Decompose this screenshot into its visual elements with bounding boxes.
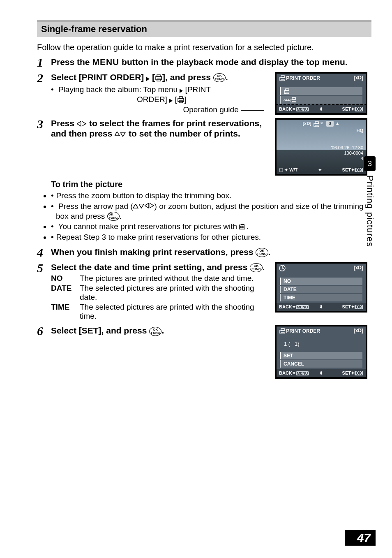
zoom-label: W/T <box>289 167 297 172</box>
menu-date[interactable]: DATE <box>280 286 362 293</box>
up-arrow-icon <box>115 132 120 137</box>
ok-func-icon: OKFUNC <box>107 212 120 221</box>
b-text: ORDER] <box>137 95 169 104</box>
print-count: 0 <box>326 121 334 127</box>
step-3: 3 Press to select the frames for print r… <box>37 118 371 243</box>
card-indicator: [xD] <box>354 265 363 271</box>
nav-icon: ⇕ <box>317 304 325 310</box>
back-label: BACK <box>279 107 292 111</box>
print-icon <box>279 75 285 81</box>
b-text: [PRINT <box>185 85 211 94</box>
count-copies: 1) <box>295 341 300 347</box>
nav-icon: ✦ <box>318 167 322 173</box>
intro-text: Follow the operation guide to make a pri… <box>37 43 371 52</box>
step2-text-a: Select [PRINT ORDER] <box>51 72 146 82</box>
step-number: 3 <box>37 118 51 130</box>
step2-text-d: . <box>226 72 228 82</box>
screen-frame-select: [xD] × 0 ▲ HQ '06.03.26 12:30 100-0004 4 <box>275 118 367 176</box>
right-arrow-icon <box>180 89 183 93</box>
t: Press the arrow pad ( <box>58 202 133 211</box>
ok-badge: OK <box>355 168 363 172</box>
opt-time-key: TIME <box>51 303 80 321</box>
print-icon <box>313 121 319 127</box>
screen-title: PRINT ORDER <box>286 328 320 334</box>
opt-date-key: DATE <box>51 284 80 302</box>
left-arrow-icon <box>77 121 82 127</box>
opt-time-val: The selected pictures are printed with t… <box>80 303 267 321</box>
ok-func-icon: OKFUNC <box>256 248 268 257</box>
chapter-title-vertical: Printing pictures <box>364 175 375 247</box>
screen-date-time: [xD] NO DATE TIME BACK✦MENU ⇕ SET✦OK <box>275 262 367 313</box>
time-stamp: 12:30 <box>352 145 363 150</box>
set-label: SET <box>342 107 351 111</box>
ok-badge: OK <box>355 107 363 111</box>
step-number: 6 <box>37 325 51 337</box>
t: When you finish making print reservation… <box>51 247 256 257</box>
trim-bullet-3: You cannot make print reservations for p… <box>51 222 371 232</box>
set-label: SET <box>342 167 351 172</box>
trim-icon: ⬚ <box>279 167 283 172</box>
t: Select the date and time print setting, … <box>51 262 250 272</box>
clock-icon <box>279 265 286 271</box>
ok-func-icon: OKFUNC <box>149 327 161 336</box>
menu-badge: MENU <box>296 305 309 309</box>
menu-single-print[interactable] <box>280 87 362 95</box>
t: . <box>268 247 271 257</box>
menu-set[interactable]: SET <box>280 352 362 359</box>
t: . <box>247 222 249 231</box>
trim-subtitle: To trim the picture <box>51 180 371 189</box>
side-tab: 3 Printing pictures <box>364 156 376 247</box>
trim-bullet-4: Repeat Step 3 to make print reservations… <box>51 232 371 242</box>
count-sheets: 1 ( <box>284 341 290 347</box>
step-6: 6 Select [SET], and press OKFUNC. PRINT … <box>37 325 371 379</box>
back-label: BACK <box>279 370 292 375</box>
print-icon <box>279 328 285 333</box>
screen-print-order: PRINT ORDER [xD] ALL BACK✦MENU ⇕ SET✦OK <box>275 72 367 115</box>
b-text: ] <box>184 95 187 104</box>
up-arrow-icon <box>133 204 139 209</box>
menu-no[interactable]: NO <box>280 278 362 285</box>
menu-all-print[interactable]: ALL <box>280 96 362 104</box>
back-label: BACK <box>279 304 292 309</box>
step2-text-c: ], and press <box>162 72 213 82</box>
movie-icon <box>239 224 247 230</box>
card-indicator: [xD] <box>354 75 363 81</box>
print-icon <box>290 97 296 102</box>
date-stamp: '06.03.26 <box>331 145 349 150</box>
step-2: 2 Select [PRINT ORDER] [], and press OKF… <box>37 72 371 115</box>
set-label: SET <box>342 370 351 375</box>
menu-time[interactable]: TIME <box>280 294 362 301</box>
file-count: 4 <box>331 156 363 161</box>
ok-func-icon: OKFUNC <box>250 263 262 272</box>
menu-badge: MENU <box>296 371 309 375</box>
step2-text-b: [ <box>152 72 155 82</box>
down-arrow-icon <box>120 132 126 137</box>
right-arrow-icon <box>146 77 150 81</box>
step-1: 1 Press the MENU button in the playback … <box>37 56 371 69</box>
step2-bullet: Playing back the album: Top menu [PRINT … <box>51 85 267 104</box>
opt-no-key: NO <box>51 274 80 283</box>
step-5: 5 Select the date and time print setting… <box>37 262 371 322</box>
right-arrow-icon <box>169 99 173 103</box>
screen-title: PRINT ORDER <box>286 75 320 81</box>
t: to set the number of prints. <box>129 129 240 138</box>
t: Press <box>51 118 77 128</box>
step-number: 2 <box>37 72 51 84</box>
t: Select [SET], and press <box>51 326 149 335</box>
right-arrow-icon <box>150 203 154 209</box>
nav-icon: ⇕ <box>317 107 325 112</box>
ok-badge: OK <box>355 305 363 309</box>
step1-text-a: Press the <box>51 57 92 67</box>
t: You cannot make print reservations for p… <box>58 222 240 231</box>
t: . <box>120 212 122 220</box>
menu-cancel[interactable]: CANCEL <box>280 360 362 368</box>
screen-set-cancel: PRINT ORDER [xD] 1 ( 1) SET CANCEL BACK✦… <box>275 325 367 379</box>
step-number: 1 <box>37 56 51 69</box>
opguide-text: Operation guide <box>183 105 239 114</box>
card-indicator: [xD] <box>302 121 311 127</box>
operation-guide-label: Operation guide ——— <box>51 105 267 114</box>
trim-bullet-1: Press the zoom button to display the tri… <box>51 191 371 201</box>
chapter-number-chip: 3 <box>364 156 376 171</box>
opt-date-val: The selected pictures are printed with t… <box>80 284 267 302</box>
ok-badge: OK <box>355 371 363 375</box>
